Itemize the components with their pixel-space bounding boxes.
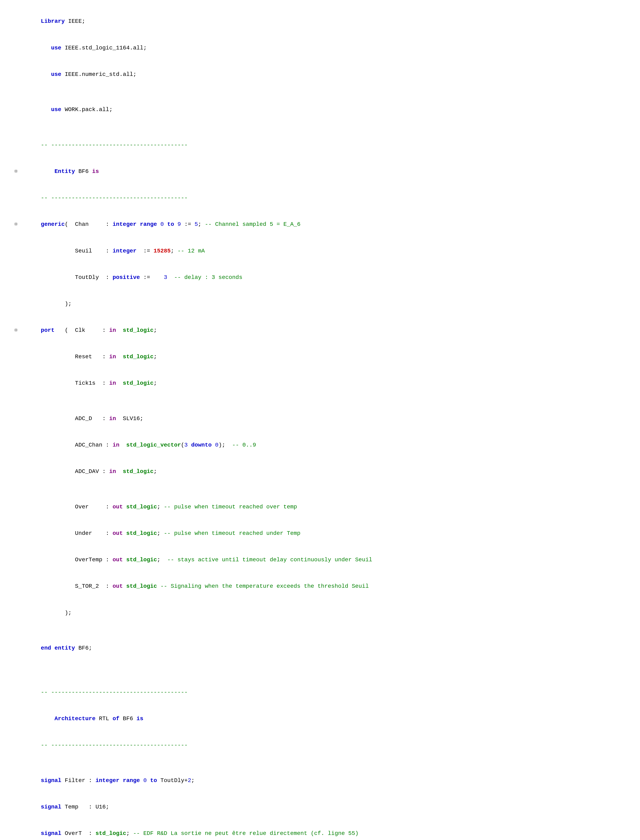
- code-line: Architecture RTL of BF6 is: [10, 705, 630, 732]
- code-line: ToutDly : positive := 3 -- delay : 3 sec…: [10, 264, 630, 290]
- code-content: );: [20, 600, 630, 626]
- line-gutter: [10, 794, 20, 820]
- code-line: signal Filter : integer range 0 to ToutD…: [10, 767, 630, 794]
- code-content: Tick1s : in std_logic;: [20, 370, 630, 396]
- code-line: -- -------------------------------------…: [10, 131, 630, 158]
- code-content: signal Filter : integer range 0 to ToutD…: [20, 767, 630, 794]
- code-line: [10, 485, 630, 494]
- code-content: Architecture RTL of BF6 is: [20, 705, 630, 732]
- code-content: ADC_Chan : in std_logic_vector(3 downto …: [20, 432, 630, 458]
- code-content: Entity BF6 is: [20, 158, 630, 185]
- code-content: use IEEE.std_logic_1164.all;: [20, 35, 630, 61]
- line-gutter: [10, 185, 20, 211]
- code-line: Over : out std_logic; -- pulse when time…: [10, 494, 630, 520]
- code-line: end entity BF6;: [10, 635, 630, 661]
- line-gutter: [10, 123, 20, 131]
- code-content: Seuil : integer := 15285; -- 12 mA: [20, 237, 630, 264]
- code-line: OverTemp : out std_logic; -- stays activ…: [10, 547, 630, 573]
- code-content: [20, 661, 630, 670]
- code-line: ADC_D : in SLV16;: [10, 406, 630, 432]
- code-editor: Library IEEE; use IEEE.std_logic_1164.al…: [10, 8, 630, 840]
- code-line: Seuil : integer := 15285; -- 12 mA: [10, 237, 630, 264]
- line-gutter: [10, 8, 20, 35]
- code-line: ADC_Chan : in std_logic_vector(3 downto …: [10, 432, 630, 458]
- code-line: -- -------------------------------------…: [10, 185, 630, 211]
- code-line: [10, 88, 630, 96]
- code-content: ADC_D : in SLV16;: [20, 406, 630, 432]
- code-content: -- -------------------------------------…: [20, 185, 630, 211]
- line-gutter: [10, 406, 20, 432]
- line-gutter: [10, 547, 20, 573]
- code-content: S_TOR_2 : out std_logic -- Signaling whe…: [20, 573, 630, 600]
- line-gutter: [10, 264, 20, 290]
- line-gutter: ⊟: [10, 211, 20, 237]
- line-gutter: [10, 131, 20, 158]
- code-content: Under : out std_logic; -- pulse when tim…: [20, 520, 630, 547]
- code-content: [20, 758, 630, 767]
- code-content: [20, 626, 630, 635]
- code-content: end entity BF6;: [20, 635, 630, 661]
- code-content: -- -------------------------------------…: [20, 131, 630, 158]
- code-line: Reset : in std_logic;: [10, 344, 630, 370]
- code-line: use IEEE.std_logic_1164.all;: [10, 35, 630, 61]
- line-gutter: [10, 88, 20, 96]
- code-line: Tick1s : in std_logic;: [10, 370, 630, 396]
- code-line: S_TOR_2 : out std_logic -- Signaling whe…: [10, 573, 630, 600]
- code-line: [10, 670, 630, 679]
- code-content: Over : out std_logic; -- pulse when time…: [20, 494, 630, 520]
- code-line: Library IEEE;: [10, 8, 630, 35]
- line-gutter: [10, 600, 20, 626]
- line-gutter: [10, 237, 20, 264]
- code-content: [20, 123, 630, 131]
- code-line: );: [10, 600, 630, 626]
- code-content: -- -------------------------------------…: [20, 679, 630, 705]
- code-content: Reset : in std_logic;: [20, 344, 630, 370]
- line-gutter: [10, 520, 20, 547]
- fold-icon[interactable]: ⊟: [14, 327, 17, 334]
- code-content: port ( Clk : in std_logic;: [20, 317, 630, 344]
- code-line: ⊟ Entity BF6 is: [10, 158, 630, 185]
- code-line: use WORK.pack.all;: [10, 96, 630, 123]
- code-line: [10, 396, 630, 405]
- code-content: [20, 396, 630, 405]
- line-gutter: [10, 485, 20, 494]
- line-gutter: [10, 458, 20, 485]
- line-gutter: [10, 732, 20, 758]
- code-line: -- -------------------------------------…: [10, 732, 630, 758]
- code-line: [10, 758, 630, 767]
- code-line: [10, 626, 630, 635]
- code-line: signal Temp : U16;: [10, 794, 630, 820]
- line-gutter: ⊟: [10, 317, 20, 344]
- code-line: ADC_DAV : in std_logic;: [10, 458, 630, 485]
- code-content: );: [20, 291, 630, 317]
- line-gutter: [10, 96, 20, 123]
- code-content: OverTemp : out std_logic; -- stays activ…: [20, 547, 630, 573]
- code-line: [10, 661, 630, 670]
- line-gutter: [10, 494, 20, 520]
- fold-icon[interactable]: ⊟: [14, 221, 17, 228]
- code-content: [20, 88, 630, 96]
- line-gutter: [10, 635, 20, 661]
- line-gutter: ⊟: [10, 158, 20, 185]
- code-line: Under : out std_logic; -- pulse when tim…: [10, 520, 630, 547]
- code-line: ⊟ port ( Clk : in std_logic;: [10, 317, 630, 344]
- code-content: ADC_DAV : in std_logic;: [20, 458, 630, 485]
- code-content: generic( Chan : integer range 0 to 9 := …: [20, 211, 630, 237]
- line-gutter: [10, 767, 20, 794]
- line-gutter: [10, 396, 20, 405]
- code-content: [20, 485, 630, 494]
- line-gutter: [10, 291, 20, 317]
- line-gutter: [10, 705, 20, 732]
- keyword-library: Library: [41, 18, 65, 24]
- fold-icon[interactable]: ⊟: [14, 168, 17, 175]
- line-gutter: [10, 370, 20, 396]
- line-gutter: [10, 573, 20, 600]
- code-content: use WORK.pack.all;: [20, 96, 630, 123]
- code-line: [10, 123, 630, 131]
- code-line: -- -------------------------------------…: [10, 679, 630, 705]
- line-gutter: [10, 820, 20, 840]
- line-gutter: [10, 35, 20, 61]
- line-gutter: [10, 661, 20, 670]
- code-content: [20, 670, 630, 679]
- line-gutter: [10, 758, 20, 767]
